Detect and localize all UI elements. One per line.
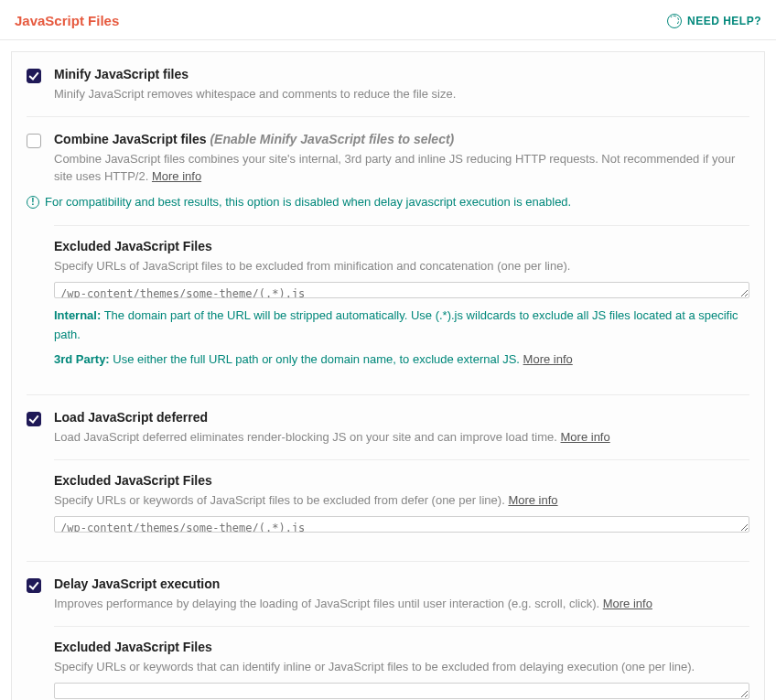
excluded2-more-info[interactable]: More info (508, 493, 557, 507)
excluded-defer-textarea[interactable] (54, 516, 749, 533)
combine-checkbox[interactable] (27, 134, 41, 148)
combine-notice: ! For compatibility and best results, th… (12, 195, 764, 212)
defer-desc: Load JavaScript deferred eliminates rend… (54, 428, 749, 447)
excluded-combine-block: Excluded JavaScript Files Specify URLs o… (12, 226, 764, 379)
excluded-desc: Specify URLs or keywords that can identi… (54, 658, 749, 676)
excluded-defer-block: Excluded JavaScript Files Specify URLs o… (12, 460, 764, 545)
delay-checkbox[interactable] (27, 578, 41, 593)
excluded-delay-block: Excluded JavaScript Files Specify URLs o… (12, 627, 764, 700)
settings-panel: Minify JavaScript files Minify JavaScrip… (11, 51, 765, 700)
need-help-link[interactable]: NEED HELP? (667, 14, 761, 28)
excluded-combine-textarea[interactable] (54, 282, 749, 298)
excluded-title: Excluded JavaScript Files (54, 640, 749, 654)
excluded-note-internal: Internal: The domain part of the URL wil… (54, 307, 749, 345)
minify-checkbox[interactable] (27, 69, 41, 83)
excluded-note-3rdparty: 3rd Party: Use either the full URL path … (54, 350, 749, 370)
note-3rd-label: 3rd Party: (54, 352, 110, 366)
setting-combine: Combine JavaScript files (Enable Minify … (12, 117, 764, 186)
defer-checkbox[interactable] (27, 412, 41, 426)
excluded-desc: Specify URLs of JavaScript files to be e… (54, 257, 749, 275)
delay-desc: Improves performance by delaying the loa… (54, 595, 749, 613)
delay-desc-text: Improves performance by delaying the loa… (54, 597, 603, 610)
setting-minify: Minify JavaScript files Minify JavaScrip… (12, 52, 764, 103)
combine-desc: Combine JavaScript files combines your s… (54, 150, 749, 186)
excluded-desc: Specify URLs or keywords of JavaScript f… (54, 491, 749, 510)
defer-title: Load JavaScript deferred (54, 410, 749, 425)
excluded1-more-info[interactable]: More info (523, 352, 573, 366)
combine-title: Combine JavaScript files (Enable Minify … (54, 132, 749, 146)
defer-more-info[interactable]: More info (561, 430, 610, 444)
excluded-title: Excluded JavaScript Files (54, 239, 749, 253)
need-help-label: NEED HELP? (687, 15, 761, 27)
setting-delay: Delay JavaScript execution Improves perf… (12, 562, 764, 613)
combine-more-info[interactable]: More info (152, 169, 201, 183)
setting-defer: Load JavaScript deferred Load JavaScript… (12, 395, 764, 447)
header-bar: JavaScript Files NEED HELP? (0, 0, 776, 40)
defer-desc-text: Load JavaScript deferred eliminates rend… (54, 430, 561, 444)
excluded-delay-textarea[interactable] (54, 683, 749, 699)
note-3rd-text: Use either the full URL path or only the… (110, 352, 523, 366)
delay-title: Delay JavaScript execution (54, 576, 749, 591)
minify-title: Minify JavaScript files (54, 67, 749, 81)
note-internal-label: Internal: (54, 308, 101, 322)
excluded2-desc-text: Specify URLs or keywords of JavaScript f… (54, 493, 508, 507)
info-icon: ! (27, 196, 39, 209)
combine-notice-text: For compatibility and best results, this… (45, 195, 571, 209)
delay-more-info[interactable]: More info (603, 597, 652, 610)
note-internal-text: The domain part of the URL will be strip… (54, 308, 738, 341)
combine-title-text: Combine JavaScript files (54, 132, 207, 146)
minify-desc: Minify JavaScript removes whitespace and… (54, 85, 749, 103)
page-title: JavaScript Files (15, 13, 119, 28)
excluded-title: Excluded JavaScript Files (54, 473, 749, 488)
lifebuoy-icon (667, 14, 682, 28)
combine-hint: (Enable Minify JavaScript files to selec… (210, 132, 454, 146)
